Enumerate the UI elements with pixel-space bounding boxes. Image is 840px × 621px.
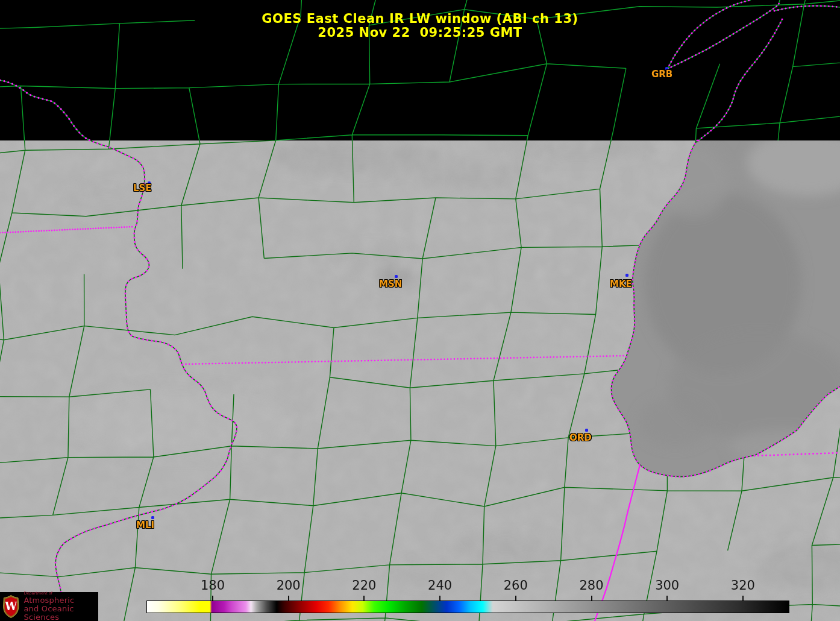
colorbar-tick-mark bbox=[666, 596, 668, 601]
colorbar-tick-label: 260 bbox=[492, 578, 540, 593]
colorbar-tick-label: 220 bbox=[340, 578, 388, 593]
station-label-mli: MLI bbox=[136, 520, 154, 530]
station-dot-ord bbox=[585, 429, 588, 432]
colorbar-tick-label: 200 bbox=[265, 578, 313, 593]
satellite-map-canvas bbox=[0, 0, 840, 621]
colorbar-tick-label: 180 bbox=[189, 578, 237, 593]
colorbar-tick-mark bbox=[288, 596, 289, 601]
station-label-grb: GRB bbox=[651, 69, 672, 79]
colorbar-tick-mark bbox=[212, 596, 213, 601]
logo-line1: Atmospheric bbox=[24, 596, 98, 605]
colorbar-tick-mark bbox=[363, 596, 365, 601]
station-dot-mke bbox=[625, 274, 628, 277]
uw-aos-logo: W Department of Atmospheric and Oceanic … bbox=[0, 592, 98, 621]
colorbar-tick-label: 320 bbox=[719, 578, 767, 593]
station-label-ord: ORD bbox=[569, 433, 592, 443]
colorbar-tick-mark bbox=[591, 596, 592, 601]
uw-crest: W bbox=[2, 593, 20, 620]
colorbar-tick-mark bbox=[515, 596, 516, 601]
colorbar-tick-label: 280 bbox=[568, 578, 616, 593]
station-label-msn: MSN bbox=[379, 279, 402, 289]
colorbar-tick-label: 300 bbox=[643, 578, 691, 593]
colorbar-tick-mark bbox=[439, 596, 440, 601]
logo-line2: and Oceanic Sciences bbox=[24, 605, 98, 621]
image-title: GOES East Clean IR LW window (ABI ch 13)… bbox=[0, 12, 840, 40]
colorbar-tick-mark bbox=[742, 596, 744, 601]
station-label-lse: LSE bbox=[133, 183, 152, 193]
timestamp-line: 2025 Nov 22 09:25:25 GMT bbox=[0, 26, 840, 40]
station-dot-mli bbox=[151, 516, 154, 519]
goes-ir-satellite-map: GOES East Clean IR LW window (ABI ch 13)… bbox=[0, 0, 840, 621]
logo-dept-prefix: Department of bbox=[24, 591, 98, 596]
colorbar-tick-label: 240 bbox=[416, 578, 464, 593]
crest-letter: W bbox=[4, 600, 17, 613]
title-line: GOES East Clean IR LW window (ABI ch 13) bbox=[0, 12, 840, 26]
station-label-mke: MKE bbox=[610, 279, 632, 289]
logo-text: Department of Atmospheric and Oceanic Sc… bbox=[24, 591, 98, 621]
station-dot-msn bbox=[395, 275, 398, 278]
colorbar-gradient bbox=[146, 601, 789, 613]
